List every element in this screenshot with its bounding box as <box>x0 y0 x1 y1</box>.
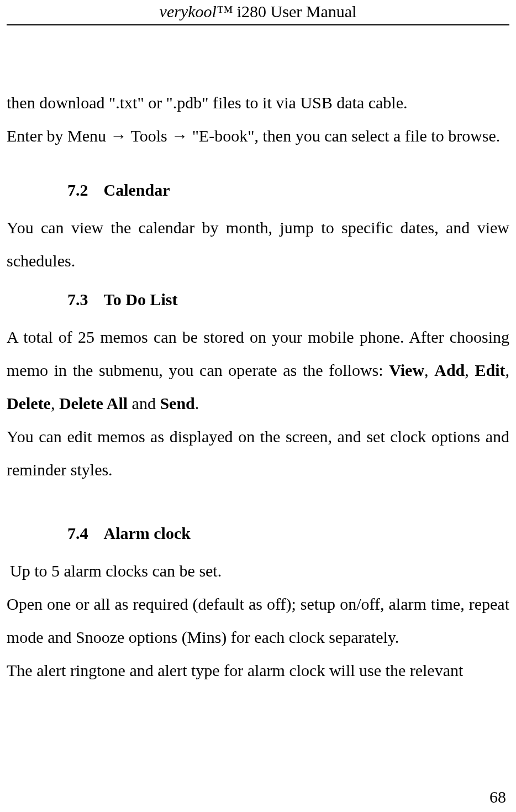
body-text: You can view the calendar by month, jump… <box>7 218 509 270</box>
bold-view: View <box>389 361 424 379</box>
paragraph: The alert ringtone and alert type for al… <box>7 654 509 687</box>
section-heading-todo: 7.3To Do List <box>67 283 509 316</box>
section-title: Calendar <box>104 181 170 199</box>
bold-send: Send <box>160 394 194 412</box>
paragraph: then download ".txt" or ".pdb" files to … <box>7 86 509 119</box>
header-brand: verykool™ <box>160 2 233 20</box>
body-text: You can edit memos as displayed on the s… <box>7 427 509 479</box>
arrow-icon: → <box>171 127 188 145</box>
body-text: , <box>51 394 59 412</box>
section-number: 7.3 <box>67 283 88 316</box>
bold-edit: Edit <box>475 361 505 379</box>
arrow-icon: → <box>110 127 127 145</box>
section-heading-alarm: 7.4Alarm clock <box>67 517 509 550</box>
header-divider <box>7 24 509 25</box>
body-text: "E-book", then you can select a file to … <box>188 127 500 145</box>
paragraph: Enter by Menu → Tools → "E-book", then y… <box>7 119 509 153</box>
body-text: Enter by Menu <box>7 127 110 145</box>
bold-add: Add <box>434 361 465 379</box>
body-text: Tools <box>127 127 171 145</box>
paragraph: You can edit memos as displayed on the s… <box>7 420 509 486</box>
paragraph: A total of 25 memos can be stored on you… <box>7 321 509 420</box>
page-number: 68 <box>489 788 506 806</box>
body-text: , <box>506 361 510 379</box>
paragraph: Open one or all as required (default as … <box>7 588 509 654</box>
body-text: . <box>195 394 199 412</box>
page-content: then download ".txt" or ".pdb" files to … <box>7 86 509 687</box>
section-title: Alarm clock <box>104 524 191 542</box>
body-text: Open one or all as required (default as … <box>7 595 509 646</box>
body-text: The alert ringtone and alert type for al… <box>7 661 463 679</box>
section-number: 7.2 <box>67 174 88 207</box>
bold-deleteall: Delete All <box>59 394 128 412</box>
body-text: Up to 5 alarm clocks can be set. <box>10 562 222 580</box>
body-text: , <box>424 361 434 379</box>
paragraph: Up to 5 alarm clocks can be set. <box>10 554 509 588</box>
body-text: then download ".txt" or ".pdb" files to … <box>7 93 408 112</box>
body-text: and <box>128 394 160 412</box>
section-number: 7.4 <box>67 517 88 550</box>
bold-delete: Delete <box>7 394 51 412</box>
body-text: , <box>465 361 475 379</box>
header-title: i280 User Manual <box>233 2 356 20</box>
section-title: To Do List <box>104 290 178 308</box>
paragraph: You can view the calendar by month, jump… <box>7 211 509 277</box>
section-heading-calendar: 7.2Calendar <box>67 174 509 207</box>
page-header: verykool™ i280 User Manual <box>7 0 509 24</box>
